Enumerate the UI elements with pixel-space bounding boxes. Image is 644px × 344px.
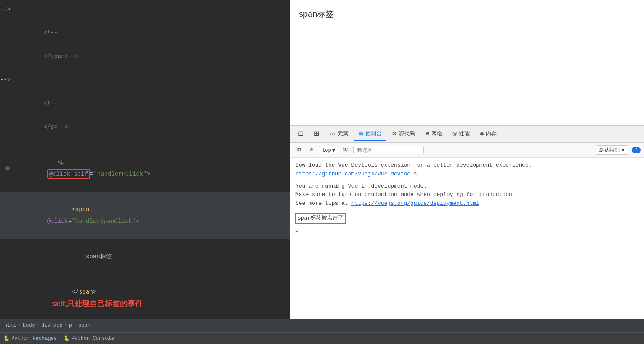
breadcrumb-div: div.app	[41, 323, 62, 328]
tab-network-label: 网络	[431, 130, 442, 138]
code-content: <!-- </span>-->	[15, 15, 287, 74]
preview-span-text: span标签	[299, 8, 636, 20]
tab-inspect1[interactable]: ⊡	[294, 127, 308, 141]
code-content: <p @click.self="handlerPClick">	[15, 145, 287, 192]
perf-icon: ◎	[452, 130, 457, 137]
code-line: span标签	[0, 239, 290, 274]
breadcrumb-span: span	[78, 323, 90, 328]
gutter	[0, 166, 15, 170]
elements-icon: </>	[329, 131, 336, 136]
error-count-badge: 7	[632, 147, 641, 153]
code-content: span标签	[15, 239, 287, 274]
tab-console[interactable]: ▤ 控制台	[354, 127, 386, 141]
status-bar: html › body › div.app › p › span	[0, 319, 644, 332]
tab-perf-label: 性能	[459, 130, 470, 138]
code-line: <!-- </p>-->	[0, 86, 290, 145]
tab-memory[interactable]: ◈ 内存	[476, 127, 501, 141]
network-icon: ≋	[425, 130, 430, 137]
tab-console-label: 控制台	[365, 130, 382, 138]
tab-sources-label: 源代码	[399, 130, 415, 138]
devtools-link[interactable]: https://github.com/vuejs/vue-devtools	[295, 171, 417, 177]
bottom-toolbar: 🐍 Python Packages 🐍 Python Console	[0, 332, 644, 344]
breadcrumb: html › body › div.app › p › span	[4, 323, 90, 328]
breadcrumb-html: html	[4, 323, 16, 328]
clear-console-button[interactable]: ⊡	[294, 145, 304, 155]
annotation-text: self,只处理自己标签的事件	[52, 299, 143, 308]
tab-sources[interactable]: ⚙ 源代码	[388, 127, 419, 141]
breadcrumb-body: body	[23, 323, 35, 328]
tab-elements-label: 元素	[338, 130, 349, 138]
tab-performance[interactable]: ◎ 性能	[448, 127, 474, 141]
code-line: <span @click="handlerSpanClick">	[0, 192, 290, 239]
memory-icon: ◈	[480, 130, 484, 137]
sources-icon: ⚙	[392, 130, 397, 137]
devtools-toolbar: ⊡ ⊘ top ▼ 👁 默认级别 ▼ 7	[290, 143, 644, 158]
console-msg-highlighted: span标签被点击了	[295, 212, 639, 225]
python-console-label: Python Console	[72, 336, 114, 341]
dropdown-icon: ▼	[332, 147, 335, 153]
breadcrumb-sep: ›	[37, 323, 40, 328]
python-console-icon: 🐍	[64, 335, 70, 341]
eye-button[interactable]: 👁	[341, 145, 351, 155]
highlighted-log: span标签被点击了	[295, 213, 346, 224]
code-line: </span> self,只处理自己标签的事件	[0, 274, 290, 319]
python-packages-label: Python Packages	[11, 336, 57, 341]
right-panel: span标签 ⊡ ⊞ </> 元素 ▤ 控制台 ⚙ 源代码	[290, 0, 644, 319]
console-msg-2: You are running Vue in development mode.…	[295, 182, 639, 208]
code-content: </span> self,只处理自己标签的事件	[15, 274, 287, 319]
code-line: <!-- </span>-->	[0, 15, 290, 74]
preview-area: span标签	[290, 0, 644, 125]
code-content: <span @click="handlerSpanClick">	[15, 192, 287, 239]
code-editor: --> <!-- </span>--> --> <!-- </p>-->	[0, 0, 290, 319]
breakpoint-dot	[5, 166, 10, 170]
devtools-panel: ⊡ ⊞ </> 元素 ▤ 控制台 ⚙ 源代码 ≋ 网络	[290, 125, 644, 319]
deployment-link[interactable]: https://vuejs.org/guide/deployment.html	[351, 200, 479, 206]
tab-network[interactable]: ≋ 网络	[421, 127, 447, 141]
console-icon: ▤	[359, 130, 364, 137]
level-label: 默认级别	[599, 146, 620, 153]
block-button[interactable]: ⊘	[306, 145, 317, 155]
python-console-tab[interactable]: 🐍 Python Console	[64, 335, 114, 341]
breadcrumb-sep: ›	[18, 323, 21, 328]
level-dropdown-icon: ▼	[620, 147, 625, 153]
code-content: <!-- </p>-->	[15, 86, 287, 145]
top-label: top	[322, 147, 331, 153]
console-prompt: >	[295, 228, 299, 234]
devtools-tabs: ⊡ ⊞ </> 元素 ▤ 控制台 ⚙ 源代码 ≋ 网络	[290, 126, 644, 143]
console-msg-1: Download the Vue Devtools extension for …	[295, 161, 639, 179]
context-selector[interactable]: top ▼	[319, 146, 338, 154]
breadcrumb-sep: ›	[64, 323, 67, 328]
tab-memory-label: 内存	[486, 130, 497, 138]
breadcrumb-sep: ›	[74, 323, 77, 328]
tab-inspect2[interactable]: ⊞	[309, 127, 323, 141]
python-packages-icon: 🐍	[3, 335, 10, 341]
tab-elements[interactable]: </> 元素	[325, 127, 353, 141]
filter-input[interactable]	[353, 146, 424, 154]
level-selector[interactable]: 默认级别 ▼	[596, 145, 629, 155]
breadcrumb-p: p	[69, 323, 72, 328]
console-content: Download the Vue Devtools extension for …	[290, 158, 644, 319]
code-line: <p @click.self="handlerPClick">	[0, 145, 290, 192]
python-packages-tab[interactable]: 🐍 Python Packages	[3, 335, 57, 341]
